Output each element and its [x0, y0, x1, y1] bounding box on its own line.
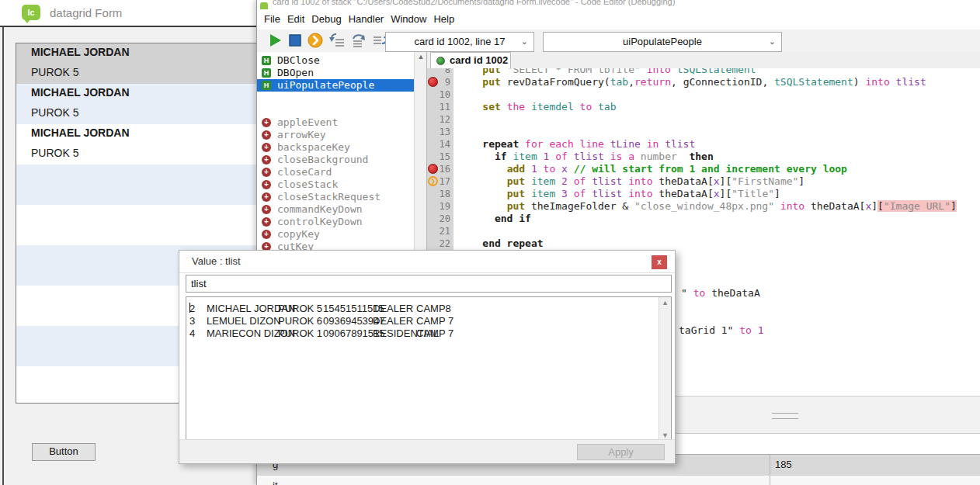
variable-value-dialog: Value : tlist x 2MICHAEL JORDANPUROK 515… [179, 250, 676, 464]
execution-context-dropdown[interactable]: card id 1002, line 17 ⌄ [385, 32, 534, 52]
add-handler-icon: + [262, 118, 271, 127]
run-button[interactable] [266, 32, 283, 49]
line-number[interactable]: 16 [427, 163, 450, 175]
line-number[interactable]: 13 [427, 126, 450, 138]
apply-button[interactable]: Apply [577, 444, 665, 460]
livecode-logo-icon: lc [22, 5, 40, 20]
stop-button[interactable] [287, 32, 304, 49]
datagrid-row[interactable]: MICHAEL JORDANPUROK 5 [16, 124, 256, 165]
populate-button[interactable]: Button [32, 443, 96, 461]
handler-item-DBClose[interactable]: HDBClose [257, 54, 414, 67]
code-line-15: 15 if item 1 of tlist is a number then [427, 151, 980, 163]
step-into-button[interactable] [328, 32, 346, 49]
value-list-row[interactable]: 4MARIECON DIZONPUROK 109067891515RESIDEN… [186, 327, 671, 339]
datagrid-row[interactable]: MICHAEL JORDANPUROK 5 [16, 43, 256, 84]
handler-label: controlKeyDown [277, 216, 363, 228]
handler-item-controlKeyDown[interactable]: +controlKeyDown [257, 216, 414, 228]
step-over-button[interactable] [350, 32, 367, 49]
handler-item-appleEvent[interactable]: +appleEvent [257, 116, 414, 129]
code-line-14: 14 repeat for each line tLine in tlist [427, 138, 980, 151]
value-cell: CAMP 7 [416, 315, 454, 327]
variable-value-list[interactable]: 2MICHAEL JORDANPUROK 515451511515DEALERC… [186, 296, 672, 442]
handler-item-closeStack[interactable]: +closeStack [257, 178, 414, 191]
line-number[interactable]: 19 [427, 200, 450, 213]
line-number[interactable]: 17 [427, 175, 450, 188]
handler-item-backspaceKey[interactable]: +backspaceKey [257, 141, 414, 154]
line-number[interactable]: 12 [427, 113, 450, 126]
menu-debug[interactable]: Debug [311, 13, 341, 25]
handler-item-DBOpen[interactable]: HDBOpen [257, 67, 414, 79]
value-cell: PUROK 5 [278, 303, 322, 314]
compile-status-icon [436, 57, 445, 65]
add-handler-icon: + [262, 192, 271, 202]
value-cell: LEMUEL DIZON [207, 315, 281, 327]
column-divider [770, 455, 770, 475]
code-line-16: 16 add 1 to x // will start from 1 and i… [427, 163, 980, 175]
handler-item-commandKeyDown[interactable]: +commandKeyDown [257, 203, 414, 216]
line-number[interactable]: 11 [427, 101, 450, 113]
variable-name-input[interactable] [186, 275, 672, 293]
line-number[interactable]: 8 [427, 68, 450, 76]
tab-card-id-1002[interactable]: card id 1002 [430, 52, 511, 68]
add-handler-icon: + [262, 217, 271, 227]
line-number[interactable]: 18 [427, 188, 450, 200]
handler-item-closeStackRequest[interactable]: +closeStackRequest [257, 191, 414, 203]
add-handler-icon: + [262, 205, 271, 214]
dialog-footer: Apply [179, 439, 675, 463]
line-number[interactable]: 20 [427, 213, 450, 225]
menu-window[interactable]: Window [391, 13, 426, 25]
continue-button[interactable] [307, 32, 324, 49]
add-handler-icon: + [262, 143, 271, 152]
variable-value: 185 [775, 459, 792, 470]
handler-item-arrowKey[interactable]: +arrowKey [257, 129, 414, 141]
menu-edit[interactable]: Edit [287, 13, 304, 25]
value-cell: DEALER [373, 315, 413, 327]
row-name: MICHAEL JORDAN [31, 46, 130, 58]
line-number[interactable]: 14 [427, 138, 450, 151]
line-number[interactable]: 21 [427, 225, 450, 237]
handler-label: uiPopulatePeople [277, 79, 374, 92]
handler-label: copyKey [277, 228, 320, 241]
stack-window-title: datagrid Form [50, 6, 122, 19]
handler-item-uiPopulatePeople[interactable]: HuiPopulatePeople [257, 79, 414, 92]
value-cell: DEALER [373, 303, 413, 314]
script-editor-window-title: card id 1002 of stack "C:/Users/CodeStud… [273, 0, 675, 6]
code-line-17: ❯17 put item 2 of tlist into theDataA[x]… [427, 175, 980, 188]
scroll-up-arrow-icon[interactable]: ▲ [659, 299, 671, 307]
script-tab-bar: card id 1002 [427, 52, 980, 69]
scroll-down-arrow-icon[interactable]: ▼ [659, 431, 671, 439]
occluded-code-fragment: taGrid 1" to 1 [679, 324, 764, 336]
splitter-grip-handle[interactable] [772, 413, 798, 419]
datagrid-row[interactable] [16, 205, 256, 245]
handler-label: closeStackRequest [277, 191, 381, 203]
row-name: MICHAEL JORDAN [31, 86, 130, 99]
occluded-code-fragment: " to theDataA [681, 287, 760, 299]
handler-item-closeBackground[interactable]: +closeBackground [257, 154, 414, 166]
handler-dropdown[interactable]: uiPopulatePeople ⌄ [543, 32, 782, 52]
line-number[interactable]: 22 [427, 237, 450, 250]
line-number[interactable]: 9 [427, 76, 450, 88]
datagrid-row[interactable]: MICHAEL JORDANPUROK 5 [16, 84, 256, 124]
script-editor-titlebar[interactable]: card id 1002 of stack "C:/Users/CodeStud… [257, 0, 980, 9]
handler-item-copyKey[interactable]: +copyKey [257, 228, 414, 241]
dialog-scrollbar[interactable]: ▲ ▼ [659, 297, 671, 441]
close-icon[interactable]: x [652, 255, 667, 269]
dialog-title: Value : tlist [192, 255, 241, 267]
datagrid-row[interactable] [16, 165, 256, 205]
variable-row[interactable]: it [257, 475, 980, 485]
tab-label: card id 1002 [450, 54, 508, 66]
value-list-row[interactable]: 3LEMUEL DIZONPUROK 609369453947DEALERCAM… [186, 314, 671, 327]
value-cell: PUROK 1 [278, 327, 322, 339]
scroll-up-arrow-icon[interactable]: ▲ [415, 53, 427, 61]
line-number[interactable]: 15 [427, 151, 450, 163]
menu-handler[interactable]: Handler [349, 13, 384, 25]
menu-help[interactable]: Help [433, 13, 454, 25]
value-list-row[interactable]: 2MICHAEL JORDANPUROK 515451511515DEALERC… [186, 302, 671, 314]
dialog-titlebar[interactable]: Value : tlist x [179, 251, 675, 273]
stack-window-titlebar[interactable]: lc datagrid Form [0, 0, 258, 27]
handler-item-closeCard[interactable]: +closeCard [257, 166, 414, 178]
chevron-down-icon: ⌄ [521, 33, 528, 50]
line-number[interactable]: 10 [427, 88, 450, 101]
code-line-9: 9 put revDataFromQuery(tab,return, gConn… [427, 76, 980, 88]
menu-file[interactable]: File [264, 13, 280, 25]
